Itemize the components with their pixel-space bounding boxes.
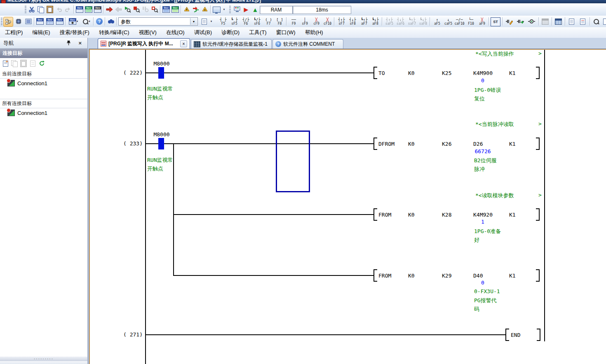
ladder-editor[interactable]: *<写入当前操作 > ( 222) M8000 RUN监视常 开触点 TO K0… [90, 50, 606, 364]
ladder-key-falling-pulse[interactable]: ┤↓├sF8 [347, 16, 358, 27]
ladder-key-pulse-parallel-closed[interactable]: ┗↓├saF8 [418, 16, 429, 27]
close-icon[interactable]: × [78, 40, 82, 46]
menu-help[interactable]: 帮助(H) [305, 29, 323, 36]
end-instruction[interactable]: END [511, 332, 520, 338]
refresh-button[interactable] [37, 59, 46, 68]
find-button[interactable] [106, 17, 115, 26]
ladder-key-horizontal-line[interactable]: ──F9 [288, 16, 299, 27]
menu-window[interactable]: 窗口(W) [276, 29, 296, 36]
device-batch-monitor-button[interactable]: Dev [162, 5, 171, 14]
ladder-key-delete-vertical-line[interactable]: ╳cF10 [322, 16, 333, 27]
property-button[interactable] [28, 59, 37, 68]
connection-item-all[interactable]: Connection1 [0, 108, 87, 117]
menu-find-replace[interactable]: 搜索/替换(F) [60, 29, 89, 36]
copy-button[interactable] [36, 5, 45, 14]
current-connection-header[interactable]: 当前连接目标 [0, 69, 87, 79]
instruction-mnemonic[interactable]: TO [378, 70, 385, 76]
instruction-mnemonic[interactable]: FROM [378, 273, 391, 279]
paste-connection-button[interactable] [19, 59, 28, 68]
ladder-key-pulse-open-branch[interactable]: ┤↑├saF5 [384, 16, 395, 27]
device-memory-grid-button[interactable] [540, 17, 550, 26]
toolbar-grip[interactable] [25, 6, 26, 13]
redo-button[interactable] [63, 5, 73, 14]
undo-button[interactable] [54, 5, 63, 14]
instruction-operand[interactable]: K26 [442, 141, 451, 147]
instruction-operand[interactable]: K4M920 [473, 212, 493, 218]
ladder-key-closed-contact[interactable]: ┤/├F6 [240, 16, 251, 27]
device-memory-button[interactable]: Dev [45, 17, 54, 26]
copy-connection-button[interactable] [10, 59, 19, 68]
note-button[interactable] [578, 17, 587, 26]
inline-st-button[interactable]: ST [491, 17, 500, 26]
menu-tools[interactable]: 工具(T) [249, 29, 267, 36]
instruction-operand[interactable]: K1 [509, 70, 516, 76]
menu-edit[interactable]: 编辑(E) [32, 29, 50, 36]
ladder-key-invert-result[interactable]: ─/─caF10 [454, 16, 465, 27]
parameter-button[interactable] [14, 17, 23, 26]
monitor-stop-button[interactable] [132, 5, 141, 14]
pin-icon[interactable] [66, 40, 71, 47]
ladder-key-application-instruction[interactable]: [ ]F8 [274, 16, 285, 27]
search-combobox[interactable]: 参数 ▾ [118, 17, 198, 26]
write-to-plc-button[interactable] [105, 5, 114, 14]
tab-device-comment[interactable]: ? 软元件注释 COMMENT [272, 39, 343, 49]
device-register-monitor-button[interactable]: Dev [171, 5, 180, 14]
instruction-operand[interactable]: K28 [442, 212, 451, 218]
toolbar-overflow-button[interactable]: ▾ [209, 17, 214, 26]
ladder-key-rising-edge[interactable]: ↑aF5 [432, 16, 443, 27]
display-setting-button[interactable] [212, 5, 221, 14]
device-search-menu-button[interactable]: ▾ [81, 17, 92, 26]
write-mode-button[interactable] [516, 17, 525, 26]
clipped-toolbar-button[interactable] [601, 17, 606, 26]
device-test-button[interactable]: Dev [93, 5, 102, 14]
instruction-operand[interactable]: K1 [509, 212, 516, 218]
run-button[interactable]: ▶ [242, 5, 251, 14]
ladder-key-parallel-rising-pulse[interactable]: ┗↑├aF7 [359, 16, 370, 27]
menu-online[interactable]: 在线(O) [166, 29, 185, 36]
instruction-operand[interactable]: D26 [473, 141, 483, 147]
forced-io-button[interactable] [191, 5, 200, 14]
monitor-write-button[interactable] [150, 5, 159, 14]
toolbar-overflow-button[interactable]: ▾ [221, 5, 227, 14]
instruction-operand[interactable]: K4M900 [473, 70, 493, 76]
instruction-operand[interactable]: K1 [509, 141, 516, 147]
program-list-button[interactable] [24, 17, 33, 26]
ladder-key-pulse-closed-branch[interactable]: ┤↓├saF6 [395, 16, 406, 27]
connection-item-current[interactable]: Connection1 [0, 79, 87, 88]
document-find-button[interactable] [592, 17, 601, 26]
ladder-key-open-contact[interactable]: ┤ ├F5 [218, 16, 229, 27]
instruction-mnemonic[interactable]: FROM [378, 212, 391, 218]
device-display-button[interactable]: Dev [75, 5, 84, 14]
stop-alert-button[interactable]: ▲ [251, 5, 260, 14]
watch-grid-button[interactable] [554, 17, 563, 26]
ladder-key-parallel-closed-contact[interactable]: ┗/├sF6 [251, 16, 263, 27]
modify-value-button[interactable] [182, 5, 191, 14]
edit-cursor[interactable] [276, 131, 310, 192]
read-from-plc-button[interactable] [114, 5, 123, 14]
instruction-operand[interactable]: K0 [408, 70, 415, 76]
instruction-mnemonic[interactable]: DFROM [378, 141, 395, 147]
paste-button[interactable] [45, 5, 54, 14]
monitor-mode-button[interactable] [527, 17, 536, 26]
remote-operation-button[interactable] [233, 5, 242, 14]
tab-device-batch-monitor[interactable]: 软元件/缓冲存储器批量监视-1 [191, 39, 272, 49]
instruction-operand[interactable]: K0 [408, 273, 415, 279]
ladder-key-parallel-falling-pulse[interactable]: ┗↓├aF8 [370, 16, 381, 27]
monitor-pause-button[interactable] [141, 5, 150, 14]
panel-splitter[interactable]: ········· [0, 357, 87, 361]
instruction-operand[interactable]: K0 [408, 141, 415, 147]
navigation-toggle-button[interactable] [3, 17, 13, 27]
contact-m8000-on[interactable] [158, 138, 164, 149]
statement-button[interactable] [567, 17, 576, 26]
device-terminal-button[interactable]: Dev [84, 5, 93, 14]
device-tree-button[interactable]: Dev [55, 17, 64, 26]
monitor-start-button[interactable] [123, 5, 132, 14]
instruction-operand[interactable]: D40 [473, 273, 483, 279]
cut-button[interactable] [27, 5, 36, 14]
toolbar-grip[interactable] [1, 18, 2, 25]
combobox-dropdown-button[interactable]: ▾ [190, 18, 197, 25]
menu-view[interactable]: 视图(V) [139, 29, 157, 36]
ladder-key-line-draw[interactable]: └─F10 [465, 16, 477, 27]
ladder-key-vertical-line[interactable]: │sF9 [299, 16, 310, 27]
ladder-key-rising-pulse[interactable]: ┤↑├sF7 [336, 16, 347, 27]
